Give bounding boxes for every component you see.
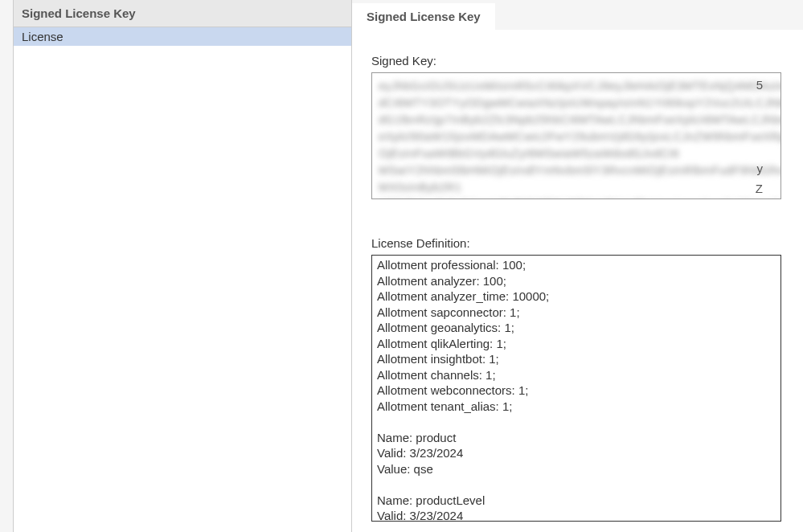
tab-bar: Signed License Key [352,3,803,30]
license-definition-textarea[interactable]: Allotment professional: 100; Allotment a… [371,255,781,522]
sidebar: Signed License Key License [13,0,352,532]
main-panel: Signed License Key Signed Key: eyJhbGciO… [352,0,803,532]
signed-key-textarea[interactable]: eyJhbGciOiJSUzUxMiIsInR5cCI6IkpXVCJ9eyJl… [371,72,781,199]
signed-key-visible-char-5: 5 [756,78,763,92]
content-area: Signed Key: eyJhbGciOiJSUzUxMiIsInR5cCI6… [352,30,803,532]
signed-key-visible-char-y: y [757,162,764,175]
sidebar-header: Signed License Key [14,0,351,27]
signed-key-label: Signed Key: [371,54,784,68]
license-definition-label: License Definition: [371,236,784,250]
sidebar-item-license[interactable]: License [14,27,351,46]
signed-key-visible-char-z: Z [756,182,763,195]
tab-signed-license-key[interactable]: Signed License Key [352,3,495,30]
app-container: Signed License Key License Signed Licens… [0,0,803,532]
